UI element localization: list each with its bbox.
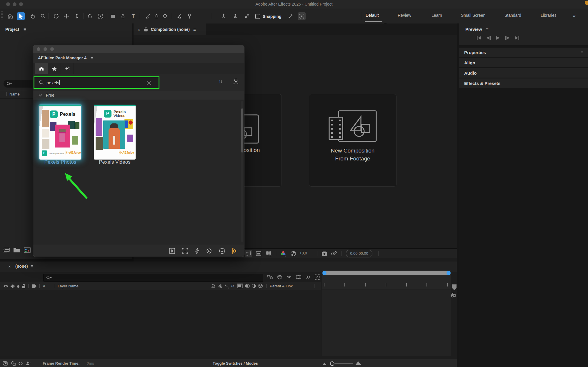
- index-column[interactable]: #: [43, 284, 45, 288]
- fx-switch-icon[interactable]: fx: [231, 283, 234, 288]
- dialog-tab-home[interactable]: [35, 63, 48, 74]
- puppet-pin-tool[interactable]: [186, 12, 193, 20]
- free-section-header[interactable]: Free: [33, 91, 244, 100]
- motion-blur-switch-icon[interactable]: [224, 284, 229, 289]
- axis-mode-world-icon[interactable]: [231, 12, 239, 20]
- pexels-photos-box[interactable]: P Pexels P Stock Images & Vid: [39, 105, 81, 160]
- previous-frame-icon[interactable]: [486, 36, 491, 40]
- time-ruler[interactable]: [322, 270, 451, 290]
- align-panel-header[interactable]: Align: [459, 58, 588, 67]
- snapshot-camera-icon[interactable]: [321, 250, 328, 257]
- timeline-zoom-track[interactable]: [335, 363, 353, 364]
- project-interpret-footage-icon[interactable]: [24, 247, 31, 254]
- brush-tool[interactable]: [144, 12, 152, 20]
- workspace-tab-standard[interactable]: Standard: [504, 13, 521, 18]
- zoom-out-mountain-icon[interactable]: [323, 363, 326, 365]
- render-settings-icon[interactable]: [11, 361, 16, 366]
- composition-tab-menu-icon[interactable]: ≡: [193, 27, 196, 32]
- gizmo-options-icon[interactable]: [298, 12, 306, 20]
- properties-menu-icon[interactable]: ≡: [581, 49, 583, 54]
- workspace-tab-learn[interactable]: Learn: [432, 13, 442, 18]
- hand-tool[interactable]: [29, 12, 37, 20]
- current-time-display[interactable]: 0:00:00:00: [346, 250, 372, 257]
- label-color-icon[interactable]: [32, 284, 37, 289]
- show-snapshot-icon[interactable]: [330, 250, 338, 257]
- orbit-camera-tool[interactable]: [52, 12, 60, 20]
- zoom-tool[interactable]: [39, 12, 47, 20]
- tutorials-icon[interactable]: [169, 248, 175, 254]
- play-icon[interactable]: [496, 36, 500, 40]
- next-frame-icon[interactable]: [505, 36, 510, 40]
- region-of-interest-icon[interactable]: [255, 250, 262, 257]
- pen-tool[interactable]: [119, 12, 127, 20]
- expand-layers-icon[interactable]: [2, 361, 8, 366]
- settings-gear-icon[interactable]: [206, 248, 212, 254]
- snapping-checkbox[interactable]: [255, 14, 260, 19]
- pexels-videos-box[interactable]: P Pexels Videos: [94, 105, 136, 160]
- hide-shy-layers-icon[interactable]: [286, 274, 292, 280]
- video-visibility-eye-icon[interactable]: [3, 284, 9, 288]
- workspace-tab-review[interactable]: Review: [398, 13, 411, 18]
- graph-editor-icon[interactable]: [315, 274, 320, 280]
- axis-mode-view-icon[interactable]: [243, 12, 251, 20]
- workspace-tab-libraries[interactable]: Libraries: [541, 13, 557, 18]
- pan-behind-tool[interactable]: [96, 12, 104, 20]
- lightning-icon[interactable]: [195, 248, 199, 254]
- dialog-menu-icon[interactable]: ≡: [91, 56, 93, 61]
- dialog-scrollbar-thumb[interactable]: [241, 108, 243, 153]
- project-flowchart-icon[interactable]: [2, 247, 10, 254]
- workspace-tab-default[interactable]: Default: [366, 13, 379, 18]
- motion-blur-icon[interactable]: [305, 274, 311, 280]
- dialog-close-icon[interactable]: [37, 47, 40, 51]
- author-icon[interactable]: [25, 361, 31, 366]
- dialog-tab-favorites[interactable]: [48, 63, 61, 74]
- lock-icon[interactable]: [22, 284, 26, 289]
- pan-camera-tool[interactable]: [63, 12, 70, 20]
- layer-list-area[interactable]: [0, 290, 321, 356]
- toolbar-grip[interactable]: [1, 11, 3, 20]
- grid-guides-icon[interactable]: [265, 250, 273, 257]
- workspace-overflow-icon[interactable]: »: [573, 13, 576, 18]
- first-frame-icon[interactable]: [477, 36, 481, 40]
- timeline-zoom-knob[interactable]: [330, 361, 334, 366]
- work-area-start-handle[interactable]: [322, 271, 327, 275]
- properties-panel-header[interactable]: Properties ≡: [459, 48, 588, 57]
- preview-panel-menu-icon[interactable]: ≡: [486, 26, 489, 31]
- sort-icon[interactable]: ↑↓: [219, 79, 222, 85]
- dialog-title-bar[interactable]: [33, 45, 244, 53]
- account-icon[interactable]: [233, 78, 239, 85]
- layer-track-area[interactable]: [322, 290, 451, 356]
- channels-icon[interactable]: [279, 250, 287, 257]
- parent-link-column[interactable]: Parent & Link: [270, 284, 293, 288]
- eraser-tool[interactable]: [161, 12, 169, 20]
- blend-mode-switch-icon[interactable]: [244, 284, 250, 288]
- download-icon[interactable]: [219, 248, 225, 254]
- toggle-switches-modes-button[interactable]: Toggle Switches / Modes: [213, 361, 258, 366]
- type-tool[interactable]: T: [129, 12, 137, 20]
- adjustment-layer-switch-icon[interactable]: [251, 284, 256, 288]
- audio-panel-header[interactable]: Audio: [459, 68, 588, 78]
- frame-blend-switch-icon[interactable]: [218, 284, 223, 289]
- work-area-bar[interactable]: [323, 271, 450, 275]
- solo-icon[interactable]: [16, 285, 20, 288]
- dialog-zoom-icon[interactable]: [50, 47, 54, 51]
- composition-tab[interactable]: × Composition (none) ≡: [134, 24, 206, 35]
- exposure-shutter-icon[interactable]: [289, 250, 297, 257]
- frame-render-switch-icon[interactable]: [237, 284, 243, 288]
- roto-brush-tool[interactable]: [175, 12, 183, 20]
- aejuice-logo-icon[interactable]: [232, 248, 237, 254]
- layer-name-column[interactable]: Layer Name: [58, 284, 79, 288]
- pexels-photos-label[interactable]: Pexels Photos: [34, 159, 87, 165]
- timeline-tab-menu-icon[interactable]: ≡: [31, 264, 33, 269]
- exposure-value[interactable]: +0,0: [299, 251, 307, 255]
- new-composition-from-footage-card[interactable]: New Composition From Footage: [309, 94, 397, 187]
- timeline-tab-label[interactable]: (none): [15, 264, 28, 269]
- clone-stamp-tool[interactable]: [153, 12, 160, 20]
- clear-search-icon[interactable]: [146, 80, 151, 85]
- dolly-camera-tool[interactable]: [73, 12, 81, 20]
- workspace-tab-small-screen[interactable]: Small Screen: [461, 13, 485, 18]
- composition-tab-close-icon[interactable]: ×: [138, 27, 140, 32]
- timeline-search-input[interactable]: [43, 274, 263, 282]
- dialog-scrollbar[interactable]: [241, 101, 243, 242]
- per-character-3d-icon[interactable]: [287, 12, 294, 20]
